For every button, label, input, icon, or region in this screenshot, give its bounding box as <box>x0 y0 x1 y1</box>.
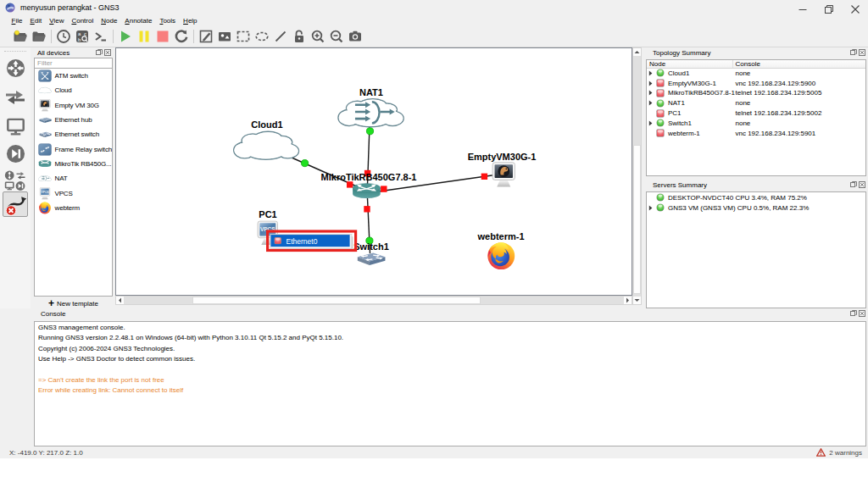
console-dock-titlebar: Console <box>34 308 868 319</box>
canvas-vscrollbar[interactable] <box>632 47 642 305</box>
svg-text:c: c <box>84 31 86 36</box>
cursor-coordinates: X: -419.0 Y: 217.0 Z: 1.0 <box>9 449 83 457</box>
dock-close-icon[interactable] <box>859 310 865 317</box>
port-led-icon <box>275 237 281 244</box>
menu-item[interactable]: Tools <box>156 16 180 26</box>
topology-row[interactable]: NAT1 none <box>647 98 865 108</box>
dock-close-icon[interactable] <box>859 181 865 188</box>
node-mikrotik[interactable]: MikroTikRB450G7.8-1 <box>321 172 417 199</box>
dock-float-icon[interactable] <box>96 49 103 56</box>
server-row[interactable]: DESKTOP-NVDCT40 CPU 3.4%, RAM 75.2% <box>647 193 865 203</box>
device-template-icon <box>38 99 52 112</box>
dock-float-icon[interactable] <box>850 310 857 317</box>
column-console[interactable]: Console <box>733 60 760 68</box>
insert-picture-button[interactable] <box>216 27 233 46</box>
device-template-item[interactable]: VPCS <box>35 186 112 200</box>
zoom-out-button[interactable] <box>328 27 345 46</box>
show-interface-labels-button[interactable]: acb <box>74 27 91 46</box>
scroll-up-arrow[interactable] <box>633 48 641 56</box>
reload-all-button[interactable] <box>173 27 190 46</box>
table-rows: Cloud1 none EmptyVM30G-1 vnc 192.168.234… <box>647 69 865 139</box>
console-connect-button[interactable] <box>92 27 109 46</box>
topology-row[interactable]: MikroTikRB450G7.8-1 telnet 192.168.234.1… <box>647 88 865 98</box>
node-switch1[interactable]: Switch1 <box>353 241 389 265</box>
device-template-item[interactable]: Cloud <box>35 83 112 97</box>
open-project-button[interactable] <box>31 27 47 46</box>
draw-ellipse-button[interactable] <box>253 27 270 46</box>
expand-arrow-icon[interactable] <box>647 120 654 126</box>
draw-rectangle-button[interactable] <box>235 27 252 46</box>
add-link-button[interactable] <box>3 191 28 217</box>
hscroll-thumb[interactable] <box>192 297 481 304</box>
topology-row[interactable]: Cloud1 none <box>647 69 865 79</box>
browse-security-devices-button[interactable] <box>3 141 28 165</box>
expand-arrow-icon[interactable] <box>647 100 654 106</box>
device-template-item[interactable]: MikroTik RB450G... <box>35 157 112 171</box>
dock-close-icon[interactable] <box>104 49 111 56</box>
dock-close-icon[interactable] <box>859 49 865 56</box>
new-project-button[interactable] <box>12 27 29 46</box>
topology-row[interactable]: EmptyVM30G-1 vnc 192.168.234.129:5900 <box>647 78 865 88</box>
console-line: Running GNS3 version 2.2.48.1 on Windows… <box>38 333 865 343</box>
menu-item[interactable]: Edit <box>26 16 46 26</box>
device-template-item[interactable]: ATM switch <box>35 69 112 83</box>
console-line: GNS3 management console. <box>38 323 865 333</box>
expand-arrow-icon[interactable] <box>647 90 654 96</box>
scroll-left-arrow[interactable] <box>116 297 124 304</box>
browse-end-devices-button[interactable] <box>3 114 28 138</box>
topology-canvas[interactable]: Cloud1 NAT1 EmptyVM30G-1 MikroTikRB450G7… <box>115 47 632 296</box>
browse-switches-button[interactable] <box>3 86 28 109</box>
device-template-item[interactable]: Ethernet hub <box>35 113 112 127</box>
canvas-hscrollbar[interactable] <box>115 296 632 305</box>
filter-input[interactable]: Filter <box>34 58 113 69</box>
expand-arrow-icon[interactable] <box>647 70 654 76</box>
expand-arrow-icon[interactable] <box>647 80 654 86</box>
snapshot-button[interactable] <box>55 27 72 46</box>
topology-row[interactable]: Switch1 none <box>647 118 865 128</box>
port-led-red <box>364 206 370 212</box>
scroll-down-arrow[interactable] <box>633 297 641 304</box>
device-template-item[interactable]: NAT <box>35 171 112 186</box>
suspend-all-button[interactable] <box>136 27 153 46</box>
node-emptyvm[interactable]: EmptyVM30G-1 <box>468 152 537 187</box>
port-led-green <box>302 160 309 167</box>
dock-float-icon[interactable] <box>850 181 857 188</box>
new-template-button[interactable]: + New template <box>34 298 113 308</box>
draw-line-button[interactable] <box>272 27 289 46</box>
menu-item[interactable]: File <box>8 16 26 26</box>
vscroll-thumb[interactable] <box>633 145 641 294</box>
server-row[interactable]: GNS3 VM (GNS3 VM) CPU 0.5%, RAM 22.3% <box>647 202 865 213</box>
topology-row[interactable]: PC1 telnet 192.168.234.129:5002 <box>647 108 865 119</box>
add-note-button[interactable] <box>198 27 214 46</box>
stop-all-button[interactable] <box>154 27 171 46</box>
topology-row[interactable]: webterm-1 vnc 192.168.234.129:5901 <box>647 128 865 138</box>
lock-unlock-button[interactable] <box>291 27 308 46</box>
warnings-status[interactable]: 2 warnings <box>816 448 862 457</box>
node-cloud1[interactable]: Cloud1 <box>234 119 299 159</box>
menu-item[interactable]: Control <box>68 16 97 26</box>
menu-item[interactable]: Annotate <box>121 16 156 26</box>
device-template-item[interactable]: Frame Relay switch <box>35 141 112 156</box>
device-template-item[interactable]: Empty VM 30G <box>35 98 112 113</box>
node-status-led <box>656 109 665 118</box>
column-node[interactable]: Node <box>647 60 733 68</box>
screenshot-button[interactable] <box>347 27 364 46</box>
scroll-right-arrow[interactable] <box>624 297 632 304</box>
port-popup: Ethernet0 <box>268 231 356 251</box>
device-template-item[interactable]: Ethernet switch <box>35 127 112 141</box>
port-led-green <box>366 128 373 135</box>
node-webterm[interactable]: webterm-1 <box>476 231 524 270</box>
zoom-in-button[interactable] <box>309 27 326 46</box>
toolbar-separator <box>193 30 194 43</box>
device-template-item[interactable]: webterm <box>35 201 112 215</box>
menu-item[interactable]: View <box>46 16 68 26</box>
console-output[interactable]: GNS3 management console.Running GNS3 ver… <box>34 321 866 446</box>
menu-item[interactable]: Help <box>180 16 201 26</box>
menu-item[interactable]: Node <box>97 16 121 26</box>
browse-all-devices-button[interactable] <box>3 169 28 192</box>
dock-float-icon[interactable] <box>850 49 857 56</box>
node-nat1[interactable]: NAT1 <box>338 87 403 127</box>
browse-routers-button[interactable] <box>3 56 28 80</box>
expand-arrow-icon[interactable] <box>647 205 654 211</box>
start-all-button[interactable] <box>117 27 134 46</box>
